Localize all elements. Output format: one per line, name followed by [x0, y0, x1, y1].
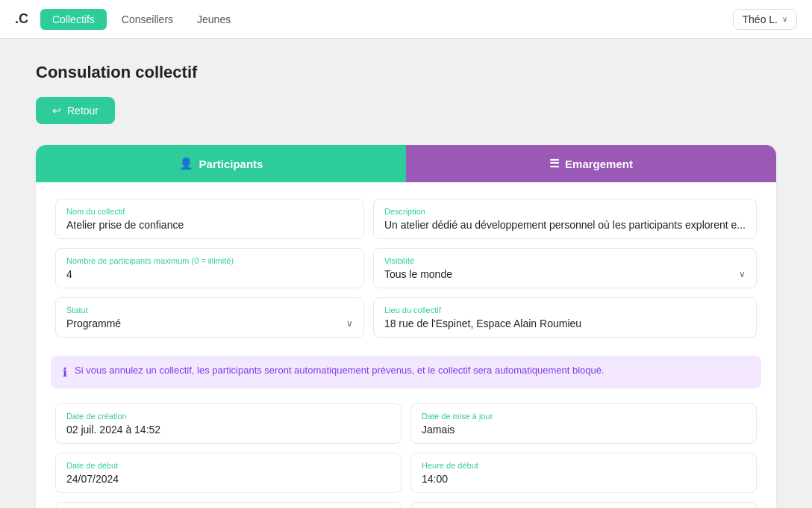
field-lieu: Lieu du collectif 18 rue de l'Espinet, E… [373, 297, 757, 338]
field-statut-value: Programmé [66, 318, 121, 329]
row-creation: Date de création 02 juil. 2024 à 14:52 D… [51, 399, 761, 448]
tab-emargement[interactable]: ☰ Emargement [406, 145, 776, 182]
field-maj-label: Date de mise à jour [422, 412, 746, 421]
user-menu[interactable]: Théo L. ∨ [733, 9, 797, 30]
navbar: .C Collectifs Conseillers Jeunes Théo L.… [0, 0, 812, 39]
field-debut-value: 24/07/2024 [66, 473, 390, 485]
field-creation-label: Date de création [66, 412, 390, 421]
back-button[interactable]: ↩ Retour [36, 97, 115, 124]
field-nom-value: Atelier prise de confiance [66, 219, 353, 231]
field-maj-value: Jamais [422, 424, 746, 436]
tab-participants[interactable]: 👤 Participants [36, 145, 406, 182]
field-nb-label: Nombre de participants maximum (0 = illi… [66, 256, 353, 265]
user-name: Théo L. [743, 13, 778, 25]
fields-grid-top: Nom du collectif Atelier prise de confia… [36, 182, 776, 354]
field-description-value: Un atelier dédié au développement person… [384, 219, 746, 231]
row-fin: Date de fin 24/07/2024 Heure de fin 16:0… [51, 498, 761, 508]
participants-icon: 👤 [179, 157, 193, 170]
field-creation-value: 02 juil. 2024 à 14:52 [66, 424, 390, 436]
notice-banner: ℹ Si vous annulez un collectif, les part… [51, 356, 761, 388]
back-arrow-icon: ↩ [52, 105, 61, 117]
statut-dropdown-icon[interactable]: ∨ [346, 318, 353, 329]
tab-participants-label: Participants [199, 158, 263, 170]
field-statut-label: Statut [66, 306, 353, 315]
field-nom: Nom du collectif Atelier prise de confia… [55, 199, 364, 239]
field-lieu-label: Lieu du collectif [384, 306, 746, 315]
field-debut-label: Date de début [66, 461, 390, 470]
field-nb-participants: Nombre de participants maximum (0 = illi… [55, 248, 364, 288]
tab-row: 👤 Participants ☰ Emargement [36, 145, 776, 182]
visibilite-dropdown-icon[interactable]: ∨ [739, 269, 746, 279]
field-statut: Statut Programmé ∨ [55, 297, 364, 338]
emargement-icon: ☰ [549, 157, 559, 170]
field-visibilite: Visibilité Tous le monde ∨ [373, 248, 757, 288]
field-date-fin: Date de fin 24/07/2024 [55, 502, 402, 508]
field-description: Description Un atelier dédié au développ… [373, 199, 757, 239]
field-date-maj: Date de mise à jour Jamais [410, 403, 757, 444]
notice-text: Si vous annulez un collectif, les partic… [75, 365, 605, 376]
field-nb-value: 4 [66, 268, 353, 280]
field-date-debut: Date de début 24/07/2024 [55, 453, 402, 493]
field-description-label: Description [384, 207, 746, 216]
row-debut: Date de début 24/07/2024 Heure de début … [51, 448, 761, 498]
chevron-down-icon: ∨ [782, 15, 787, 23]
main-card: 👤 Participants ☰ Emargement Nom du colle… [36, 145, 776, 508]
tab-emargement-label: Emargement [565, 158, 633, 170]
field-heure-debut-label: Heure de début [422, 461, 746, 470]
field-nom-label: Nom du collectif [66, 207, 353, 216]
nav-jeunes[interactable]: Jeunes [188, 9, 240, 30]
field-date-creation: Date de création 02 juil. 2024 à 14:52 [55, 403, 402, 444]
page-title: Consulation collectif [36, 63, 776, 82]
field-heure-debut-value: 14:00 [422, 473, 746, 485]
bottom-fields: Date de création 02 juil. 2024 à 14:52 D… [36, 396, 776, 508]
info-icon: ℹ [63, 365, 67, 380]
nav-collectifs[interactable]: Collectifs [40, 9, 107, 30]
back-label: Retour [67, 105, 99, 117]
field-lieu-value: 18 rue de l'Espinet, Espace Alain Roumie… [384, 318, 746, 329]
field-visibilite-value: Tous le monde [384, 268, 452, 280]
page-content: Consulation collectif ↩ Retour 👤 Partici… [18, 39, 794, 508]
field-heure-fin: Heure de fin 16:00 [410, 502, 757, 508]
field-visibilite-label: Visibilité [384, 256, 746, 265]
field-heure-debut: Heure de début 14:00 [410, 453, 757, 493]
nav-conseillers[interactable]: Conseillers [113, 9, 182, 30]
app-logo: .C [15, 11, 28, 27]
